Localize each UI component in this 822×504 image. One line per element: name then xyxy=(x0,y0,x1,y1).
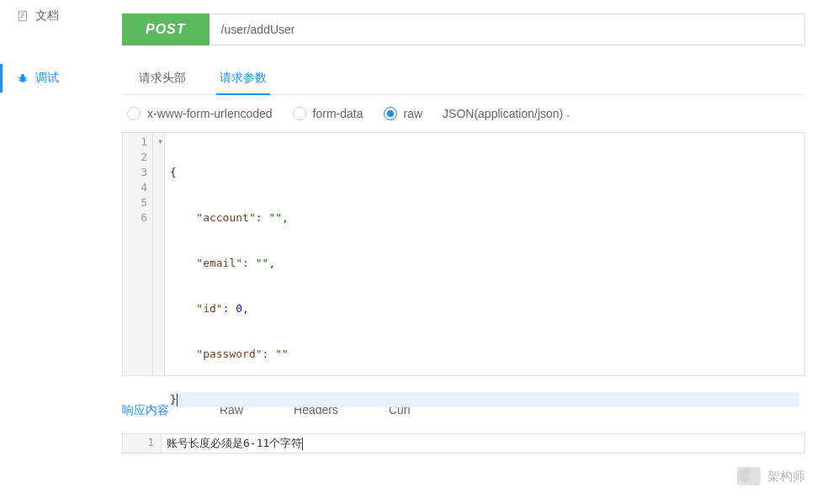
fold-column: ▼ xyxy=(153,133,165,375)
document-icon xyxy=(17,10,29,22)
response-gutter: 1 xyxy=(123,434,162,453)
svg-line-7 xyxy=(25,77,28,78)
svg-line-8 xyxy=(19,80,21,81)
line-number: 3 xyxy=(131,165,147,180)
sidebar: 文档 调试 xyxy=(0,0,105,504)
fold-marker-icon[interactable]: ▼ xyxy=(158,135,162,150)
svg-point-5 xyxy=(21,74,24,77)
line-number: 6 xyxy=(131,210,147,225)
line-number: 1 xyxy=(131,135,147,150)
request-body-editor[interactable]: 1 2 3 4 5 6 ▼ { "account": "", "email": … xyxy=(122,132,805,376)
radio-raw[interactable]: raw xyxy=(384,107,423,120)
svg-point-11 xyxy=(748,474,758,484)
svg-line-6 xyxy=(19,77,21,78)
chevron-down-icon: ⌄ xyxy=(565,109,571,119)
line-number: 1 xyxy=(133,436,154,448)
radio-label: x-www-form-urlencoded xyxy=(147,107,273,120)
tab-request-headers[interactable]: 请求头部 xyxy=(122,62,203,94)
editor-gutter: 1 2 3 4 5 6 xyxy=(123,133,153,375)
sidebar-item-docs[interactable]: 文档 xyxy=(0,2,105,30)
watermark-text: 架构师 xyxy=(767,469,805,485)
response-text: 账号长度必须是6-11个字符 xyxy=(167,437,302,449)
body-type-selector: x-www-form-urlencoded form-data raw JSON… xyxy=(122,107,805,120)
line-number: 5 xyxy=(131,195,147,210)
radio-formdata[interactable]: form-data xyxy=(293,107,363,120)
http-method[interactable]: POST xyxy=(122,13,209,45)
radio-icon xyxy=(127,107,141,120)
code-area[interactable]: { "account": "", "email": "", "id": 0, "… xyxy=(165,133,804,375)
content-type-label: JSON(application/json) xyxy=(443,107,563,120)
tab-response-content[interactable]: 响应内容 xyxy=(122,398,169,423)
radio-label: raw xyxy=(404,107,423,120)
content-type-dropdown[interactable]: JSON(application/json) ⌄ xyxy=(443,107,571,120)
watermark: 架构师 xyxy=(737,467,805,485)
wechat-icon xyxy=(737,467,761,485)
svg-rect-0 xyxy=(19,11,27,20)
line-number: 4 xyxy=(131,180,147,195)
line-number: 2 xyxy=(131,150,147,165)
radio-label: form-data xyxy=(313,107,363,120)
radio-urlencoded[interactable]: x-www-form-urlencoded xyxy=(127,107,273,120)
request-tabs: 请求头部 请求参数 xyxy=(122,62,805,95)
sidebar-item-debug[interactable]: 调试 xyxy=(0,64,105,93)
main-panel: POST 请求头部 请求参数 x-www-form-urlencoded for… xyxy=(105,0,822,504)
svg-line-9 xyxy=(25,80,28,81)
radio-icon xyxy=(384,107,397,120)
url-input[interactable] xyxy=(209,13,805,45)
radio-icon xyxy=(293,107,306,120)
sidebar-item-label: 调试 xyxy=(35,71,59,86)
bug-icon xyxy=(17,72,29,84)
sidebar-item-label: 文档 xyxy=(35,8,59,24)
request-bar: POST xyxy=(122,13,805,45)
tab-request-params[interactable]: 请求参数 xyxy=(203,62,284,94)
